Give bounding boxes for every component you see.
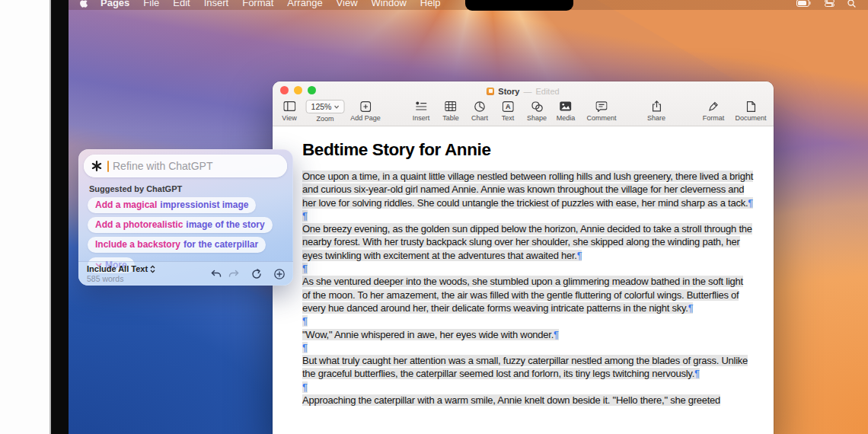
title-bar[interactable]: Story — Edited (273, 81, 774, 97)
svg-text:A: A (506, 103, 511, 110)
page-background: { "menubar": { "items": ["Pages", "File"… (0, 0, 868, 434)
control-center-icon[interactable] (825, 0, 834, 7)
paragraph: One breezy evening, as the golden sun di… (302, 222, 753, 262)
pilcrow-mark: ¶ (302, 263, 308, 274)
text-caret (107, 161, 109, 172)
pilcrow-mark: ¶ (748, 197, 753, 209)
toolbar-item-table[interactable]: Table (442, 100, 459, 122)
close-button[interactable] (280, 86, 289, 94)
pilcrow-mark: ¶ (577, 250, 582, 261)
toolbar-item-share[interactable]: Share (647, 100, 665, 122)
chatgpt-logo-icon (91, 160, 103, 172)
toolbar-item-document[interactable]: Document (735, 100, 766, 122)
document-canvas[interactable]: Bedtime Story for Annie Once upon a time… (273, 126, 774, 434)
menu-item-arrange[interactable]: Arrange (280, 0, 329, 8)
window-title: Story — Edited (487, 84, 559, 96)
menu-item-format[interactable]: Format (235, 0, 280, 8)
paragraph: As she ventured deeper into the woods, s… (302, 275, 753, 314)
add-icon[interactable] (274, 269, 285, 279)
toolbar-item-text[interactable]: A Text (502, 100, 515, 122)
toolbar-item-format[interactable]: Format (703, 100, 725, 122)
paragraph: Approaching the caterpillar with a warm … (302, 394, 753, 407)
toolbar-item-view[interactable]: View (282, 100, 296, 122)
blank-line: ¶ (302, 209, 753, 222)
toolbar-item-shape[interactable]: Shape (527, 100, 547, 122)
apple-menu-icon[interactable] (79, 0, 89, 8)
window-controls (280, 86, 316, 94)
pages-doc-icon (487, 88, 494, 95)
media-icon (560, 100, 572, 113)
battery-icon[interactable] (796, 0, 812, 7)
pilcrow-mark: ¶ (688, 302, 694, 314)
suggestion-pill-backstory[interactable]: Include a backstory for the caterpillar (88, 237, 266, 253)
panel-footer: Include All Text 585 words (78, 261, 293, 286)
blank-line: ¶ (302, 341, 753, 354)
chatgpt-refine-panel: Refine with ChatGPT Suggested by ChatGPT… (78, 149, 293, 286)
paragraph: Once upon a time, in a quaint little vil… (302, 170, 753, 209)
format-brush-icon (708, 100, 719, 113)
blank-line: ¶ (302, 262, 753, 275)
document-heading: Bedtime Story for Annie (302, 140, 774, 160)
suggested-by-label: Suggested by ChatGPT (89, 184, 293, 193)
insert-icon (415, 100, 426, 113)
menu-item-edit[interactable]: Edit (166, 0, 196, 8)
minimize-button[interactable] (294, 86, 302, 94)
pilcrow-mark: ¶ (302, 342, 308, 353)
paragraph: But what truly caught her attention was … (302, 354, 753, 381)
title-separator: — (523, 87, 531, 96)
pilcrow-mark: ¶ (302, 381, 308, 393)
device-bezel (51, 0, 69, 434)
suggestion-row: Add a magical impressionist image (88, 197, 293, 213)
suggestion-row: Add a photorealistic image of the story (88, 217, 293, 233)
menu-item-help[interactable]: Help (413, 0, 448, 8)
pilcrow-mark: ¶ (554, 329, 559, 340)
scope-selector[interactable]: Include All Text (87, 264, 155, 274)
toolbar: View 125% Zoom Add Page (273, 97, 774, 126)
toolbar-item-comment[interactable]: Comment (586, 100, 616, 122)
paragraph: "Wow," Annie whispered in awe, her eyes … (302, 328, 753, 341)
suggestion-pill-impressionist[interactable]: Add a magical impressionist image (88, 197, 256, 213)
camera-notch (465, 0, 573, 11)
table-icon (445, 100, 456, 113)
suggestion-pill-photorealistic[interactable]: Add a photorealistic image of the story (88, 217, 273, 233)
shape-icon (531, 100, 543, 113)
add-page-icon (360, 100, 371, 113)
toolbar-item-chart[interactable]: Chart (471, 100, 488, 122)
undo-icon[interactable] (211, 270, 222, 279)
document-text: Once upon a time, in a quaint little vil… (302, 170, 753, 407)
redo-icon[interactable] (228, 270, 239, 279)
zoom-window-button[interactable] (308, 86, 316, 94)
sidebar-icon (283, 100, 295, 113)
search-icon[interactable] (847, 0, 856, 8)
menu-item-window[interactable]: Window (365, 0, 413, 8)
suggestion-row: Include a backstory for the caterpillar (88, 237, 293, 253)
input-placeholder: Refine with ChatGPT (113, 160, 213, 172)
regenerate-icon[interactable] (251, 269, 262, 279)
chart-icon (474, 100, 485, 113)
word-count: 585 words (87, 274, 155, 283)
menu-item-pages[interactable]: Pages (94, 0, 136, 8)
menu-bar-status (796, 0, 868, 9)
refine-input[interactable]: Refine with ChatGPT (84, 155, 287, 177)
macbook-screen: Pages File Edit Insert Format Arrange Vi… (69, 0, 868, 434)
document-icon (746, 100, 755, 113)
zoom-dropdown[interactable]: 125% (306, 100, 345, 113)
blank-line: ¶ (302, 314, 753, 327)
menu-bar-left: Pages File Edit Insert Format Arrange Vi… (69, 0, 448, 10)
pilcrow-mark: ¶ (694, 368, 700, 379)
toolbar-item-media[interactable]: Media (557, 100, 576, 122)
edited-status: Edited (535, 87, 559, 96)
document-name: Story (498, 87, 519, 96)
toolbar-item-add-page[interactable]: Add Page (350, 100, 381, 122)
toolbar-item-zoom[interactable]: 125% Zoom (306, 100, 345, 123)
text-icon: A (502, 100, 513, 113)
panel-actions (211, 269, 285, 279)
toolbar-item-insert[interactable]: Insert (413, 100, 430, 122)
menu-item-insert[interactable]: Insert (197, 0, 236, 8)
blank-line: ¶ (302, 381, 753, 394)
up-down-chevrons-icon (150, 265, 155, 273)
comment-icon (595, 100, 607, 113)
share-icon (652, 100, 662, 113)
menu-item-file[interactable]: File (136, 0, 166, 8)
menu-item-view[interactable]: View (330, 0, 365, 8)
